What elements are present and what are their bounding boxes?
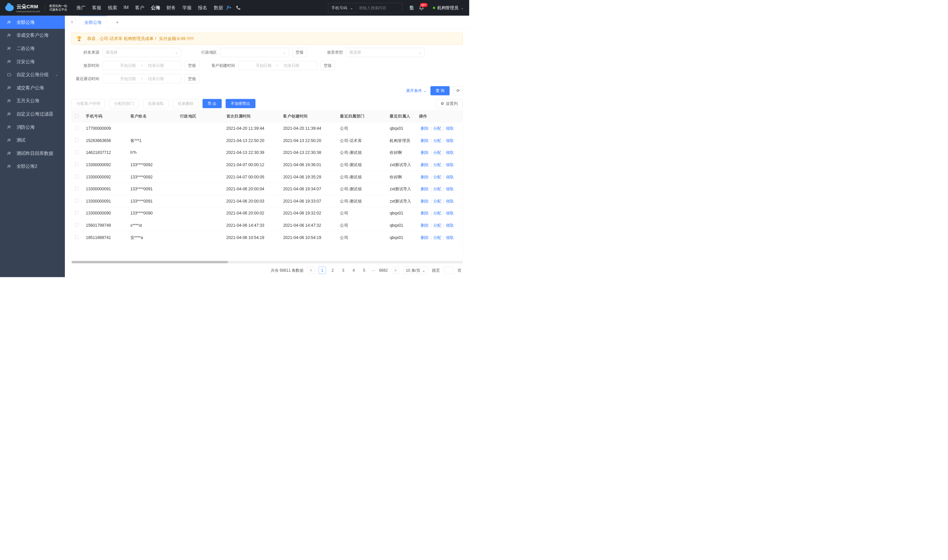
row-delete-link[interactable]: 删除 — [421, 198, 429, 203]
batch-claim-button[interactable]: 批量领取 — [143, 99, 169, 108]
sidebar-item-9[interactable]: 测试 — [0, 134, 65, 147]
page-size-select[interactable]: 10 条/页⌄ — [403, 267, 428, 274]
row-assign-link[interactable]: 分配 — [433, 150, 442, 155]
assign-dept-button[interactable]: 分配到部门 — [109, 99, 139, 108]
sidebar-item-6[interactable]: 五月天公海 — [0, 94, 65, 108]
row-delete-link[interactable]: 删除 — [421, 138, 429, 143]
row-claim-link[interactable]: 领取 — [446, 198, 454, 203]
sidebar-item-10[interactable]: 测试昨日回库数据 — [0, 147, 65, 160]
query-button[interactable]: 查 询 — [431, 86, 450, 95]
last-page-button[interactable]: 6882 — [379, 267, 388, 274]
horizontal-scrollbar[interactable] — [71, 261, 462, 263]
filter-abandon-time-empty[interactable]: 空值 — [185, 61, 199, 70]
nav-item-0[interactable]: 推广 — [77, 5, 86, 11]
user-menu[interactable]: 机构管理员 ⌄ — [433, 5, 464, 11]
sidebar-item-7[interactable]: 自定义公海过滤器 — [0, 108, 65, 121]
sidebar-item-3[interactable]: 注安公海 — [0, 55, 65, 68]
row-claim-link[interactable]: 领取 — [446, 174, 454, 179]
row-assign-link[interactable]: 分配 — [433, 187, 442, 191]
filter-create-time-range[interactable]: 开始日期~结束日期 — [239, 61, 317, 70]
row-checkbox[interactable] — [75, 187, 78, 190]
sidebar-item-11[interactable]: 全部公海2 — [0, 160, 65, 173]
row-delete-link[interactable]: 删除 — [421, 174, 429, 179]
row-assign-link[interactable]: 分配 — [433, 235, 442, 240]
row-assign-link[interactable]: 分配 — [433, 223, 442, 228]
filter-abandon-type-select[interactable]: 请选择⌄ — [346, 48, 425, 57]
row-delete-link[interactable]: 删除 — [421, 150, 429, 155]
batch-delete-button[interactable]: 批量删除 — [173, 99, 199, 108]
export-plain-button[interactable]: 不加密导出 — [225, 99, 255, 108]
row-assign-link[interactable]: 分配 — [433, 126, 442, 131]
row-assign-link[interactable]: 分配 — [433, 163, 442, 167]
row-delete-link[interactable]: 删除 — [421, 223, 429, 228]
refresh-button[interactable]: ⟳ — [454, 86, 463, 95]
add-tab-button[interactable]: ＋ — [114, 18, 122, 26]
row-claim-link[interactable]: 领取 — [446, 223, 454, 228]
nav-item-3[interactable]: IM — [123, 5, 128, 11]
jump-page-input[interactable] — [443, 267, 454, 274]
nav-item-1[interactable]: 客服 — [92, 5, 101, 11]
row-claim-link[interactable]: 领取 — [446, 235, 454, 240]
nav-item-7[interactable]: 学服 — [182, 5, 192, 11]
filter-source-select[interactable]: 请选择⌄ — [103, 48, 182, 57]
collapse-tabs-icon[interactable]: ☰ — [68, 18, 76, 26]
row-claim-link[interactable]: 领取 — [446, 187, 454, 191]
filter-abandon-time-range[interactable]: 开始日期~结束日期 — [103, 61, 182, 70]
prev-page-button[interactable]: < — [308, 267, 315, 274]
row-claim-link[interactable]: 领取 — [446, 126, 454, 131]
sidebar-item-1[interactable]: 非成交客户公海 — [0, 29, 65, 42]
search-type-select[interactable]: 手机号码 ⌄ — [328, 3, 357, 13]
row-delete-link[interactable]: 删除 — [421, 163, 429, 167]
nav-item-9[interactable]: 数据 — [214, 5, 223, 11]
row-claim-link[interactable]: 领取 — [446, 211, 454, 215]
row-delete-link[interactable]: 删除 — [421, 187, 429, 191]
row-checkbox[interactable] — [75, 138, 78, 142]
search-input[interactable] — [359, 6, 408, 10]
filter-region-empty[interactable]: 空值 — [292, 48, 307, 57]
row-checkbox[interactable] — [75, 163, 78, 166]
next-page-button[interactable]: > — [392, 267, 399, 274]
sidebar-item-2[interactable]: 二咨公海 — [0, 42, 65, 55]
nav-item-2[interactable]: 线索 — [108, 5, 117, 11]
filter-create-time-empty[interactable]: 空值 — [320, 61, 335, 70]
row-checkbox[interactable] — [75, 223, 78, 227]
row-claim-link[interactable]: 领取 — [446, 138, 454, 143]
filter-last-call-empty[interactable]: 空值 — [185, 74, 199, 83]
tab-active[interactable]: 全部公海 — [79, 15, 107, 29]
add-user-icon[interactable] — [226, 5, 232, 11]
expand-filters-link[interactable]: 展开条件⌄ — [406, 88, 426, 93]
filter-last-call-range[interactable]: 开始日期~结束日期 — [103, 74, 182, 83]
row-checkbox[interactable] — [75, 211, 78, 215]
nav-item-6[interactable]: 财务 — [166, 5, 176, 11]
select-all-checkbox[interactable] — [75, 114, 78, 118]
row-delete-link[interactable]: 删除 — [421, 211, 429, 215]
row-checkbox[interactable] — [75, 126, 78, 130]
row-assign-link[interactable]: 分配 — [433, 198, 442, 203]
row-assign-link[interactable]: 分配 — [433, 138, 442, 143]
page-number[interactable]: 4 — [350, 267, 357, 274]
export-button[interactable]: 导 出 — [203, 99, 222, 108]
column-setting-button[interactable]: ⚙设置列 — [436, 99, 463, 108]
row-claim-link[interactable]: 领取 — [446, 150, 454, 155]
row-checkbox[interactable] — [75, 235, 78, 239]
assign-manager-button[interactable]: 分配客户经理 — [71, 99, 105, 108]
row-checkbox[interactable] — [75, 199, 78, 203]
sidebar-item-8[interactable]: 消防公海 — [0, 120, 65, 134]
page-number[interactable]: 2 — [329, 267, 336, 274]
tablet-icon[interactable] — [408, 5, 415, 11]
phone-icon[interactable] — [235, 5, 241, 11]
sidebar-item-0[interactable]: 全部公海 — [0, 16, 65, 29]
page-number[interactable]: 1 — [319, 267, 326, 274]
nav-item-5[interactable]: 公海 — [151, 5, 160, 11]
row-delete-link[interactable]: 删除 — [421, 126, 429, 131]
page-number[interactable]: 3 — [340, 267, 347, 274]
nav-item-8[interactable]: 报名 — [198, 5, 207, 11]
row-checkbox[interactable] — [75, 150, 78, 154]
sidebar-item-5[interactable]: 成交客户公海 — [0, 82, 65, 95]
row-checkbox[interactable] — [75, 175, 78, 178]
sidebar-item-4[interactable]: 自定义公海分组⌄ — [0, 68, 65, 82]
nav-item-4[interactable]: 客户 — [135, 5, 144, 11]
filter-region-select[interactable]: ⌄ — [220, 48, 289, 57]
row-delete-link[interactable]: 删除 — [421, 235, 429, 240]
row-claim-link[interactable]: 领取 — [446, 163, 454, 167]
